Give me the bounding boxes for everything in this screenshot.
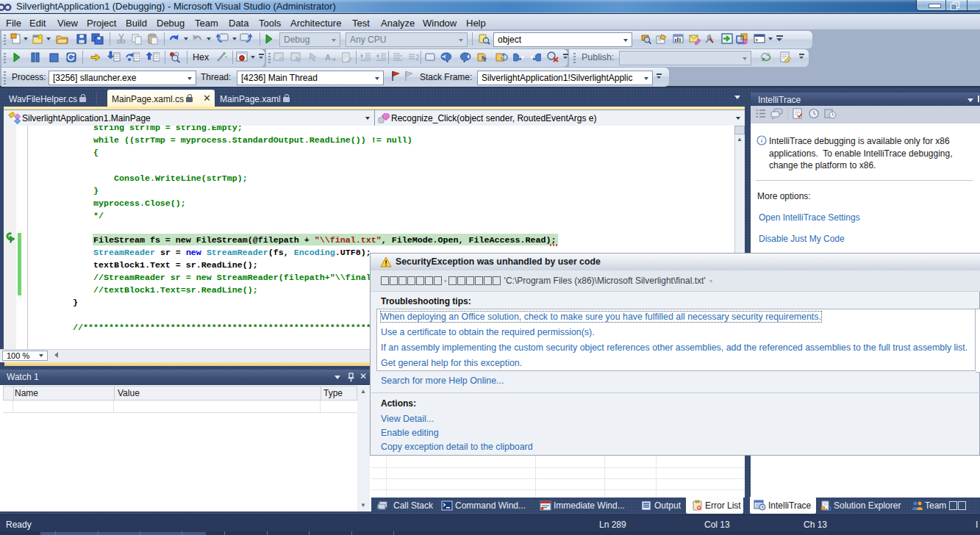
- svg-text:i: i: [761, 137, 763, 144]
- svg-text:A: A: [325, 53, 331, 62]
- svg-text:2: 2: [415, 54, 420, 62]
